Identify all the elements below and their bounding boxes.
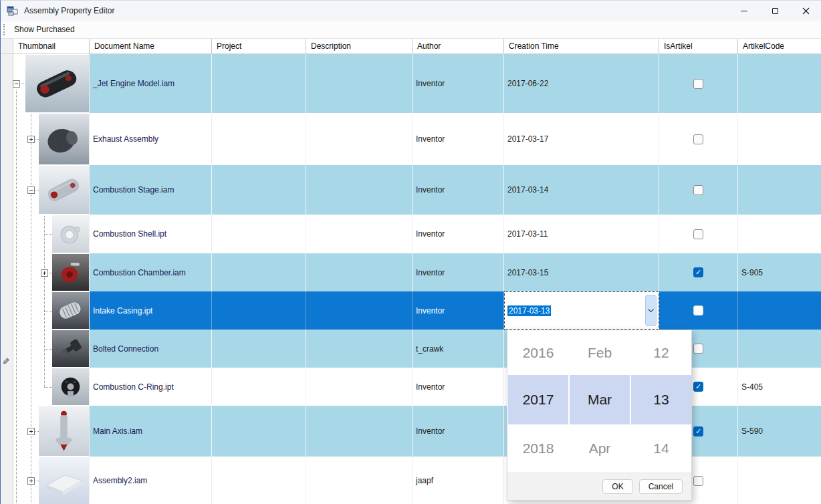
cell-description[interactable] — [306, 215, 413, 253]
show-purchased-button[interactable]: Show Purchased — [10, 23, 79, 36]
cell-description[interactable] — [306, 368, 413, 406]
cell-thumbnail[interactable] — [13, 165, 90, 215]
cell-creation[interactable]: 2017-03-14 — [504, 165, 659, 215]
isartikel-checkbox[interactable] — [693, 305, 703, 316]
cell-name[interactable]: Bolted Connection — [90, 330, 212, 368]
cell-project[interactable] — [212, 113, 306, 165]
table-row-8[interactable]: Combustion C-Ring.iptInventor✓S-405 — [13, 368, 821, 406]
cell-name[interactable]: Exhaust Assembly — [90, 113, 212, 165]
cell-description[interactable] — [306, 406, 413, 457]
ok-button[interactable]: OK — [602, 479, 632, 494]
maximize-button[interactable] — [759, 1, 790, 21]
isartikel-checkbox[interactable] — [693, 79, 703, 89]
cell-artikelcode[interactable] — [738, 165, 821, 215]
table-row-1[interactable]: _Jet Engine Model.iamInventor2017-06-22 — [13, 54, 821, 113]
table-row-9[interactable]: Main Axis.iamInventor✓S-590 — [13, 406, 821, 457]
expand-plus-icon[interactable] — [27, 477, 35, 485]
expand-plus-icon[interactable] — [27, 136, 35, 143]
cell-artikelcode[interactable] — [738, 113, 821, 165]
creation-time-editor[interactable]: 2017-03-13 — [504, 291, 659, 330]
cancel-button[interactable]: Cancel — [639, 479, 683, 494]
minimize-button[interactable] — [729, 1, 759, 21]
cell-name[interactable]: Combustion C-Ring.ipt — [90, 368, 212, 406]
cell-thumbnail[interactable] — [13, 113, 90, 165]
column-header-thumbnail[interactable]: Thumbnail — [13, 39, 90, 54]
cell-author[interactable]: Inventor — [413, 291, 504, 330]
isartikel-checkbox[interactable] — [693, 476, 703, 486]
picker-option-month-Mar[interactable]: Mar — [570, 375, 630, 424]
collapse-minus-icon[interactable] — [27, 186, 35, 194]
creation-time-editor-value[interactable]: 2017-03-13 — [507, 305, 551, 316]
cell-artikelcode[interactable]: S-905 — [738, 253, 821, 291]
cell-artikelcode[interactable] — [738, 215, 821, 253]
cell-author[interactable]: Inventor — [413, 253, 504, 291]
cell-description[interactable] — [306, 330, 413, 368]
cell-isartikel[interactable] — [659, 113, 738, 165]
table-row-5[interactable]: Combustion Chamber.iamInventor2017-03-15… — [13, 253, 821, 291]
cell-name[interactable]: _Jet Engine Model.iam — [90, 54, 212, 113]
cell-name[interactable]: Intake Casing.ipt — [90, 291, 212, 330]
cell-project[interactable] — [212, 253, 306, 291]
cell-author[interactable]: t_crawk — [413, 330, 504, 368]
cell-name[interactable]: Main Axis.iam — [90, 406, 212, 457]
cell-artikelcode[interactable] — [738, 291, 821, 330]
cell-author[interactable]: Inventor — [413, 368, 504, 406]
cell-name[interactable]: Assembly2.iam — [90, 457, 212, 504]
picker-option-month-Feb[interactable]: Feb — [570, 330, 630, 375]
expand-plus-icon[interactable] — [27, 428, 35, 435]
cell-description[interactable] — [306, 113, 413, 165]
table-row-7[interactable]: Bolted Connectiont_crawk — [13, 330, 821, 368]
table-row-10[interactable]: Assembly2.iamjaapf — [13, 457, 821, 504]
cell-author[interactable]: Inventor — [413, 406, 504, 457]
cell-creation[interactable]: 2017-03-15 — [504, 253, 659, 291]
picker-option-year-2016[interactable]: 2016 — [508, 330, 568, 375]
cell-project[interactable] — [212, 406, 306, 457]
cell-project[interactable] — [212, 457, 306, 504]
column-header-creation[interactable]: Creation Time — [504, 39, 659, 54]
cell-isartikel[interactable] — [659, 54, 738, 113]
cell-creation[interactable]: 2017-03-11 — [504, 215, 659, 253]
isartikel-checkbox[interactable]: ✓ — [693, 382, 703, 392]
isartikel-checkbox[interactable]: ✓ — [693, 267, 703, 277]
picker-option-year-2018[interactable]: 2018 — [508, 424, 568, 473]
picker-option-month-Apr[interactable]: Apr — [570, 424, 630, 473]
editor-dropdown-button[interactable] — [645, 295, 657, 326]
isartikel-checkbox[interactable]: ✓ — [693, 426, 703, 436]
cell-description[interactable] — [306, 165, 413, 215]
picker-option-day-14[interactable]: 14 — [631, 424, 691, 473]
cell-name[interactable]: Combustion Stage.iam — [90, 165, 212, 215]
table-row-6[interactable]: Intake Casing.iptInventor — [13, 291, 821, 330]
cell-project[interactable] — [212, 54, 306, 113]
cell-project[interactable] — [212, 368, 306, 406]
cell-thumbnail[interactable] — [13, 457, 90, 504]
cell-project[interactable] — [212, 215, 306, 253]
cell-description[interactable] — [306, 457, 413, 504]
cell-artikelcode[interactable]: S-405 — [738, 368, 821, 406]
cell-author[interactable]: Inventor — [413, 215, 504, 253]
column-header-author[interactable]: Author — [413, 39, 504, 54]
cell-isartikel[interactable]: ✓ — [659, 253, 738, 291]
collapse-minus-icon[interactable] — [13, 80, 20, 88]
column-header-artikelcode[interactable]: ArtikelCode — [738, 39, 821, 54]
cell-thumbnail[interactable] — [13, 406, 90, 457]
picker-option-day-13[interactable]: 13 — [631, 375, 691, 424]
toolbar-grip[interactable] — [3, 24, 5, 35]
cell-artikelcode[interactable] — [738, 54, 821, 113]
picker-option-day-12[interactable]: 12 — [631, 330, 691, 375]
cell-isartikel[interactable] — [659, 215, 738, 253]
cell-artikelcode[interactable] — [738, 330, 821, 368]
cell-project[interactable] — [212, 330, 306, 368]
close-button[interactable] — [790, 1, 821, 21]
cell-artikelcode[interactable] — [738, 457, 821, 504]
table-row-4[interactable]: Combustion Shell.iptInventor2017-03-11 — [13, 215, 821, 253]
isartikel-checkbox[interactable] — [693, 344, 703, 354]
column-header-project[interactable]: Project — [212, 39, 306, 54]
cell-name[interactable]: Combustion Chamber.iam — [90, 253, 212, 291]
cell-name[interactable]: Combustion Shell.ipt — [90, 215, 212, 253]
cell-artikelcode[interactable]: S-590 — [738, 406, 821, 457]
cell-author[interactable]: Inventor — [413, 54, 504, 113]
isartikel-checkbox[interactable] — [693, 134, 703, 144]
column-header-isartikel[interactable]: IsArtikel — [659, 39, 738, 54]
cell-author[interactable]: jaapf — [413, 457, 504, 504]
cell-project[interactable] — [212, 165, 306, 215]
